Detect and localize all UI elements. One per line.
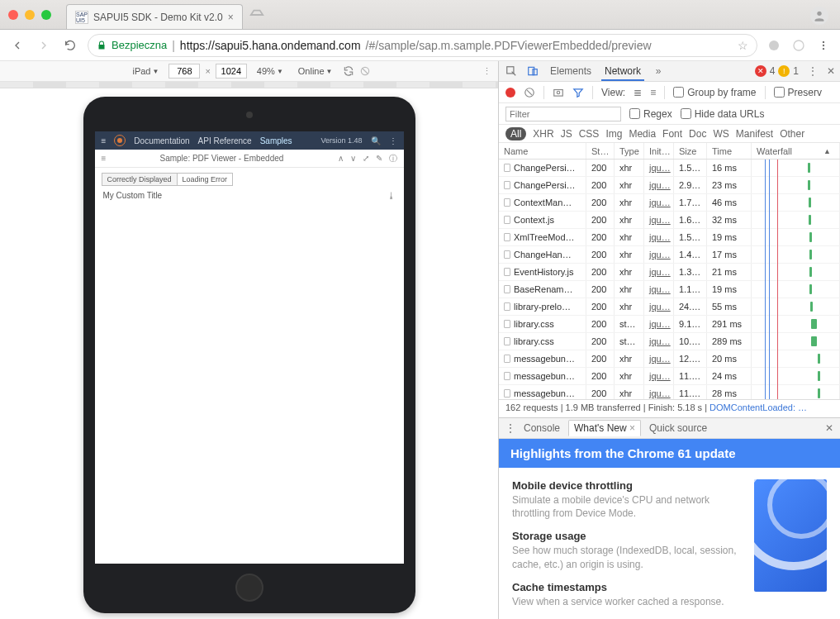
- reload-button[interactable]: [61, 36, 79, 55]
- type-xhr[interactable]: XHR: [533, 128, 553, 140]
- bookmark-star-icon[interactable]: ☆: [738, 39, 748, 52]
- table-row[interactable]: ChangeHan…200xhrjqu…1.4…17 ms: [499, 246, 840, 264]
- capture-screenshot-icon[interactable]: [553, 87, 564, 98]
- request-initiator[interactable]: jqu…: [644, 229, 674, 245]
- col-time[interactable]: Time: [707, 143, 752, 159]
- large-rows-icon[interactable]: ≣: [634, 87, 642, 98]
- profile-avatar-icon[interactable]: [810, 7, 828, 25]
- device-mode-icon[interactable]: [525, 64, 540, 79]
- type-media[interactable]: Media: [629, 128, 656, 140]
- table-row[interactable]: messagebun…200xhrjqu…12.…20 ms: [499, 350, 840, 368]
- new-tab-button[interactable]: [248, 6, 266, 24]
- width-input[interactable]: [168, 64, 200, 79]
- request-initiator[interactable]: jqu…: [644, 194, 674, 211]
- table-row[interactable]: ChangePersi…200xhrjqu…2.9…23 ms: [499, 177, 840, 194]
- error-counter[interactable]: ✕4 !1: [755, 65, 799, 77]
- type-ws[interactable]: WS: [713, 128, 728, 140]
- table-body[interactable]: ChangePersi…200xhrjqu…1.5…16 msChangePer…: [499, 160, 840, 399]
- extension-icon[interactable]: [766, 37, 782, 54]
- table-row[interactable]: EventHistory.js200xhrjqu…1.3…21 ms: [499, 264, 840, 281]
- more-tabs-icon[interactable]: »: [651, 64, 666, 79]
- table-header[interactable]: Name St… Type Init… Size Time Waterfall▲: [499, 143, 840, 160]
- col-status[interactable]: St…: [586, 143, 615, 159]
- expand-icon[interactable]: ∨: [350, 154, 356, 163]
- zoom-window-icon[interactable]: [41, 10, 51, 20]
- inspect-icon[interactable]: [504, 64, 519, 79]
- request-initiator[interactable]: jqu…: [644, 385, 674, 399]
- zoom-select[interactable]: 49%▼: [252, 65, 288, 77]
- table-row[interactable]: XmlTreeMod…200xhrjqu…1.5…19 ms: [499, 229, 840, 246]
- tab-network[interactable]: Network: [601, 62, 644, 81]
- download-icon[interactable]: ⭳: [387, 191, 396, 200]
- type-font[interactable]: Font: [662, 128, 682, 140]
- address-bar[interactable]: Bezpieczna | https://sapui5.hana.ondeman…: [88, 34, 757, 57]
- type-js[interactable]: JS: [561, 128, 572, 140]
- rotate-icon[interactable]: [343, 65, 354, 77]
- type-manifest[interactable]: Manifest: [736, 128, 773, 140]
- table-row[interactable]: BaseRenam…200xhrjqu…1.1…19 ms: [499, 281, 840, 298]
- tab-correctly-displayed[interactable]: Correctly Displayed: [102, 173, 177, 186]
- nav-documentation[interactable]: Documentation: [134, 136, 189, 145]
- tab-loading-error[interactable]: Loading Error: [177, 173, 234, 186]
- table-row[interactable]: library.css200st…jqu…9.1…291 ms: [499, 316, 840, 333]
- request-initiator[interactable]: jqu…: [644, 212, 674, 228]
- drawer-tab-console[interactable]: Console: [524, 422, 560, 434]
- filter-toggle-icon[interactable]: [572, 87, 584, 98]
- device-select[interactable]: iPad▼: [127, 65, 164, 77]
- col-name[interactable]: Name: [499, 143, 586, 159]
- preserve-log-checkbox[interactable]: Preserv: [774, 87, 822, 98]
- record-icon[interactable]: [505, 88, 515, 98]
- col-type[interactable]: Type: [615, 143, 644, 159]
- request-initiator[interactable]: jqu…: [644, 316, 674, 332]
- col-waterfall[interactable]: Waterfall▲: [752, 143, 840, 159]
- request-initiator[interactable]: jqu…: [644, 350, 674, 367]
- table-row[interactable]: ChangePersi…200xhrjqu…1.5…16 ms: [499, 160, 840, 177]
- info-icon[interactable]: ⓘ: [389, 153, 397, 164]
- type-other[interactable]: Other: [780, 128, 804, 140]
- collapse-icon[interactable]: ∧: [338, 154, 344, 163]
- nav-samples[interactable]: Samples: [260, 136, 292, 145]
- close-window-icon[interactable]: [8, 10, 18, 20]
- request-initiator[interactable]: jqu…: [644, 246, 674, 263]
- request-initiator[interactable]: jqu…: [644, 368, 674, 384]
- chrome-menu-icon[interactable]: [815, 37, 832, 54]
- code-icon[interactable]: ✎: [376, 154, 382, 163]
- drawer-close-icon[interactable]: ✕: [825, 422, 833, 434]
- settings-icon[interactable]: ⋮: [389, 136, 397, 145]
- filter-input[interactable]: [505, 107, 621, 121]
- table-row[interactable]: ContextMan…200xhrjqu…1.7…46 ms: [499, 194, 840, 212]
- sidebar-toggle-icon[interactable]: ≡: [102, 154, 107, 163]
- request-initiator[interactable]: jqu…: [644, 264, 674, 280]
- nav-api-reference[interactable]: API Reference: [198, 136, 252, 145]
- request-initiator[interactable]: jqu…: [644, 160, 674, 176]
- drawer-tab-whatsnew[interactable]: What's New ×: [568, 420, 641, 436]
- minimize-window-icon[interactable]: [25, 10, 35, 20]
- clear-icon[interactable]: [524, 87, 535, 98]
- home-button-icon[interactable]: [235, 574, 263, 602]
- height-input[interactable]: [216, 64, 247, 79]
- group-by-frame-checkbox[interactable]: Group by frame: [673, 87, 756, 98]
- request-initiator[interactable]: jqu…: [644, 333, 674, 350]
- ui5-logo-icon[interactable]: [114, 135, 126, 146]
- col-initiator[interactable]: Init…: [644, 143, 674, 159]
- type-img[interactable]: Img: [605, 128, 622, 140]
- fullscreen-icon[interactable]: ⤢: [363, 154, 369, 163]
- devtools-close-icon[interactable]: ✕: [827, 65, 835, 77]
- dpr-icon[interactable]: [359, 65, 371, 77]
- device-screen[interactable]: ≡ Documentation API Reference Samples Ve…: [95, 131, 404, 564]
- drawer-menu-icon[interactable]: ⋮: [505, 422, 515, 434]
- overview-icon[interactable]: ≡: [650, 87, 656, 98]
- hide-data-urls-checkbox[interactable]: Hide data URLs: [681, 108, 765, 120]
- request-initiator[interactable]: jqu…: [644, 298, 674, 315]
- tab-elements[interactable]: Elements: [547, 62, 595, 80]
- table-row[interactable]: library.css200st…jqu…10.…289 ms: [499, 333, 840, 350]
- drawer-tab-quicksource[interactable]: Quick source: [649, 422, 707, 434]
- type-css[interactable]: CSS: [579, 128, 600, 140]
- request-initiator[interactable]: jqu…: [644, 177, 674, 193]
- type-doc[interactable]: Doc: [689, 128, 706, 140]
- browser-tab[interactable]: SAP UI5 SAPUI5 SDK - Demo Kit v2.0 ×: [66, 4, 243, 29]
- table-row[interactable]: library-prelo…200xhrjqu…24.…55 ms: [499, 298, 840, 316]
- devtools-menu-icon[interactable]: ⋮: [805, 64, 820, 79]
- tab-close-icon[interactable]: ×: [228, 12, 234, 23]
- type-all[interactable]: All: [505, 127, 526, 140]
